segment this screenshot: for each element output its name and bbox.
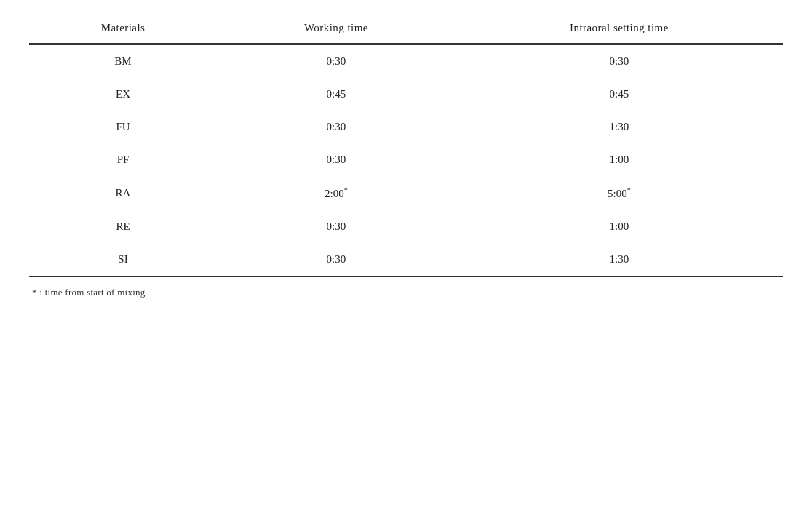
cell-working-time: 0:30 — [217, 45, 455, 78]
table-row: FU0:301:30 — [29, 111, 783, 143]
cell-material: RA — [29, 176, 217, 210]
cell-intraoral-time: 1:30 — [455, 111, 783, 143]
cell-intraoral-time: 5:00* — [455, 176, 783, 210]
cell-material: EX — [29, 78, 217, 111]
col-header-intraoral-time: Intraoral setting time — [455, 15, 783, 44]
cell-intraoral-time: 1:30 — [455, 243, 783, 277]
cell-working-time: 2:00* — [217, 176, 455, 210]
cell-intraoral-time: 1:00 — [455, 143, 783, 176]
table-row: RA2:00*5:00* — [29, 176, 783, 210]
col-header-working-time: Working time — [217, 15, 455, 44]
table-container: Materials Working time Intraoral setting… — [29, 15, 783, 298]
cell-working-time: 0:45 — [217, 78, 455, 111]
table-row: SI0:301:30 — [29, 243, 783, 277]
cell-material: BM — [29, 45, 217, 78]
cell-material: RE — [29, 210, 217, 243]
cell-intraoral-time: 1:00 — [455, 210, 783, 243]
cell-intraoral-time: 0:30 — [455, 45, 783, 78]
cell-working-time: 0:30 — [217, 111, 455, 143]
cell-material: SI — [29, 243, 217, 277]
cell-working-time: 0:30 — [217, 143, 455, 176]
cell-material: PF — [29, 143, 217, 176]
table-row: RE0:301:00 — [29, 210, 783, 243]
data-table: Materials Working time Intraoral setting… — [29, 15, 783, 277]
table-row: PF0:301:00 — [29, 143, 783, 176]
footnote: * : time from start of mixing — [29, 282, 783, 298]
col-header-materials: Materials — [29, 15, 217, 44]
table-row: EX0:450:45 — [29, 78, 783, 111]
cell-working-time: 0:30 — [217, 243, 455, 277]
table-row: BM0:300:30 — [29, 45, 783, 78]
cell-material: FU — [29, 111, 217, 143]
cell-working-time: 0:30 — [217, 210, 455, 243]
cell-intraoral-time: 0:45 — [455, 78, 783, 111]
